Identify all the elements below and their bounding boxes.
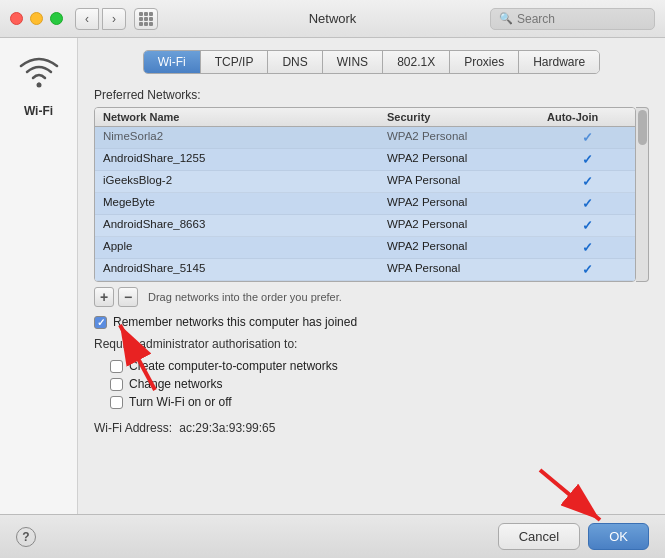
titlebar: ‹ › Network 🔍 [0,0,665,38]
tab-wifi[interactable]: Wi-Fi [144,51,201,73]
checkbox-check-icon: ✓ [97,317,105,328]
minimize-button[interactable] [30,12,43,25]
cancel-button[interactable]: Cancel [498,523,580,550]
autojoin-cell: ✓ [547,195,627,212]
table-row[interactable]: AndroidShare_1255 WPA2 Personal ✓ [95,149,635,171]
table-controls: + − Drag networks into the order you pre… [94,287,649,307]
create-networks-label: Create computer-to-computer networks [129,359,338,373]
table-row[interactable]: AndroidShare_8663 WPA2 Personal ✓ [95,215,635,237]
help-button[interactable]: ? [16,527,36,547]
checkmark-icon: ✓ [582,262,593,277]
tab-8021x[interactable]: 802.1X [383,51,450,73]
nav-buttons: ‹ › [75,8,126,30]
change-networks-row: Change networks [94,377,649,391]
scrollbar-thumb[interactable] [638,110,647,145]
security-cell: WPA2 Personal [387,151,547,168]
tab-tcpip[interactable]: TCP/IP [201,51,269,73]
change-networks-label: Change networks [129,377,222,391]
grid-button[interactable] [134,8,158,30]
svg-point-0 [36,83,41,88]
autojoin-cell: ✓ [547,261,627,278]
bottom-bar: ? Cancel OK [0,514,665,558]
checkmark-icon: ✓ [582,174,593,189]
turn-wifi-row: Turn Wi-Fi on or off [94,395,649,409]
wifi-address-label: Wi-Fi Address: [94,421,172,435]
col-network-name: Network Name [103,111,387,123]
wifi-icon [19,56,59,98]
security-cell: WPA Personal [387,173,547,190]
remember-networks-row: ✓ Remember networks this computer has jo… [94,315,649,329]
turn-wifi-label: Turn Wi-Fi on or off [129,395,232,409]
col-security: Security [387,111,547,123]
autojoin-cell: ✓ [547,239,627,256]
search-input[interactable] [517,12,647,26]
table-row[interactable]: AndroidShare_5145 WPA Personal ✓ [95,259,635,281]
table-header: Network Name Security Auto-Join [95,108,635,127]
network-name-cell: AndroidShare_5145 [103,261,387,278]
close-button[interactable] [10,12,23,25]
search-box[interactable]: 🔍 [490,8,655,30]
turn-wifi-checkbox[interactable] [110,396,123,409]
remember-networks-label: Remember networks this computer has join… [113,315,357,329]
traffic-lights [10,12,63,25]
remove-network-button[interactable]: − [118,287,138,307]
network-name-cell: MegeByte [103,195,387,212]
checkmark-icon: ✓ [582,196,593,211]
grid-icon [139,12,153,26]
add-network-button[interactable]: + [94,287,114,307]
network-name-cell: AndroidShare_1255 [103,151,387,168]
change-networks-checkbox[interactable] [110,378,123,391]
networks-table-container: Network Name Security Auto-Join NimeSorl… [94,107,649,282]
autojoin-cell: ✓ [547,217,627,234]
security-cell: WPA2 Personal [387,239,547,256]
bottom-buttons: Cancel OK [498,523,649,550]
autojoin-cell: ✓ [547,129,627,146]
window-title: Network [309,11,357,26]
remember-networks-checkbox[interactable]: ✓ [94,316,107,329]
network-name-cell: Apple [103,239,387,256]
maximize-button[interactable] [50,12,63,25]
ok-button[interactable]: OK [588,523,649,550]
security-cell: WPA2 Personal [387,217,547,234]
create-networks-row: Create computer-to-computer networks [94,359,649,373]
tab-wins[interactable]: WINS [323,51,383,73]
sidebar: Wi-Fi [0,38,78,558]
checkmark-icon: ✓ [582,152,593,167]
checkmark-icon: ✓ [582,240,593,255]
table-row[interactable]: NimeSorla2 WPA2 Personal ✓ [95,127,635,149]
table-row[interactable]: iGeeksBlog-2 WPA Personal ✓ [95,171,635,193]
forward-button[interactable]: › [102,8,126,30]
search-icon: 🔍 [499,12,513,25]
table-body: NimeSorla2 WPA2 Personal ✓ AndroidShare_… [95,127,635,281]
tab-proxies[interactable]: Proxies [450,51,519,73]
autojoin-cell: ✓ [547,151,627,168]
security-cell: WPA2 Personal [387,129,547,146]
networks-table: Network Name Security Auto-Join NimeSorl… [94,107,636,282]
scrollbar[interactable] [636,107,649,282]
checkmark-icon: ✓ [582,130,593,145]
table-row[interactable]: Apple WPA2 Personal ✓ [95,237,635,259]
wifi-address-value: ac:29:3a:93:99:65 [179,421,275,435]
tab-dns[interactable]: DNS [268,51,322,73]
col-auto-join: Auto-Join [547,111,627,123]
require-admin-label: Require administrator authorisation to: [94,337,649,351]
table-row[interactable]: MegeByte WPA2 Personal ✓ [95,193,635,215]
main-content: Wi-Fi Wi-Fi TCP/IP DNS WINS 802.1X Proxi… [0,38,665,558]
back-button[interactable]: ‹ [75,8,99,30]
panel: Wi-Fi TCP/IP DNS WINS 802.1X Proxies Har… [78,38,665,558]
sidebar-label: Wi-Fi [24,104,53,118]
checkmark-icon: ✓ [582,218,593,233]
network-name-cell: AndroidShare_8663 [103,217,387,234]
wifi-address: Wi-Fi Address: ac:29:3a:93:99:65 [94,421,649,435]
security-cell: WPA Personal [387,261,547,278]
network-name-cell: iGeeksBlog-2 [103,173,387,190]
tabs: Wi-Fi TCP/IP DNS WINS 802.1X Proxies Har… [143,50,600,74]
tab-hardware[interactable]: Hardware [519,51,599,73]
autojoin-cell: ✓ [547,173,627,190]
preferred-networks-label: Preferred Networks: [94,88,649,102]
security-cell: WPA2 Personal [387,195,547,212]
network-name-cell: NimeSorla2 [103,129,387,146]
create-networks-checkbox[interactable] [110,360,123,373]
drag-hint: Drag networks into the order you prefer. [148,291,342,303]
